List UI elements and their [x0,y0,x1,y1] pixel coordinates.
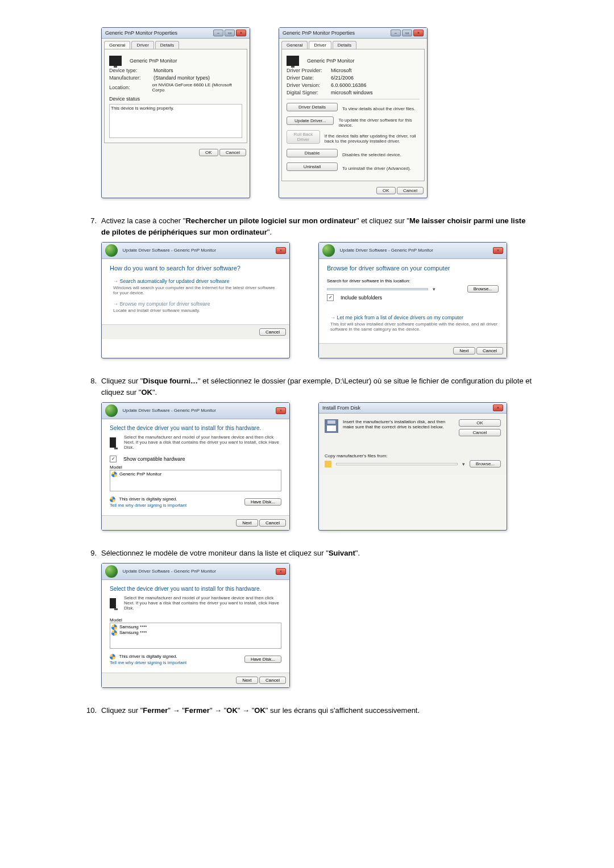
ok-button[interactable]: OK [459,419,501,427]
path-input[interactable] [336,463,458,465]
close-icon[interactable]: × [276,247,286,254]
ok-button[interactable]: OK [376,187,396,194]
location-input[interactable] [327,288,428,290]
update-driver-button[interactable]: Update Driver... [287,116,334,125]
have-disk-button[interactable]: Have Disk... [244,656,281,663]
search-location-label: Search for driver software in this locat… [327,278,499,283]
close-icon[interactable]: × [236,30,246,36]
model-header: Model [110,617,281,623]
cancel-button[interactable]: Cancel [397,187,424,194]
option-browse[interactable]: → Browse my computer for driver software… [113,301,281,313]
driver-version-value: 6.0.6000.16386 [331,82,367,88]
step-text: Activez la case à cocher "Rechercher un … [101,215,534,237]
step-text: Cliquez sur "Fermer" → "Fermer" → "OK" →… [101,705,420,716]
step-7: 7. Activez la case à cocher "Rechercher … [80,215,534,358]
cancel-button[interactable]: Cancel [259,677,286,684]
close-icon[interactable]: × [493,404,503,411]
maximize-icon[interactable]: ▭ [225,30,235,36]
uninstall-desc: To uninstall the driver (Advanced). [342,166,411,171]
shield-icon [111,471,117,477]
driver-signing-link[interactable]: Tell me why driver signing is important [110,503,186,508]
tab-general[interactable]: General [104,41,130,49]
folder-icon [325,461,331,468]
cancel-button[interactable]: Cancel [459,429,501,436]
signer-label: Digital Signer: [287,90,326,95]
device-name: Generic PnP Monitor [130,58,177,64]
maximize-icon[interactable]: ▭ [402,30,412,36]
step-8: 8. Cliquez sur "Disque fourni…" et sélec… [80,375,534,531]
option-pick-from-list[interactable]: → Let me pick from a list of device driv… [330,315,499,332]
tab-details[interactable]: Details [155,41,179,49]
minimize-icon[interactable]: – [213,30,223,36]
step-number: 9. [80,549,101,557]
step-text: Sélectionnez le modèle de votre moniteur… [101,548,360,559]
wizard-select-driver-1: Update Driver Software - Generic PnP Mon… [101,402,290,531]
have-disk-button[interactable]: Have Disk... [244,498,281,506]
tab-driver[interactable]: Driver [309,41,331,49]
model-header: Model [110,465,281,470]
back-icon[interactable] [105,244,118,257]
minimize-icon[interactable]: – [391,30,401,36]
cancel-button[interactable]: Cancel [259,519,286,527]
browse-button[interactable]: Browse... [467,285,499,293]
back-icon[interactable] [105,565,118,578]
show-compatible-checkbox[interactable]: ✓ [110,456,117,462]
next-button[interactable]: Next [453,347,475,354]
option-auto-search[interactable]: → Search automatically for updated drive… [113,278,281,295]
include-subfolders-checkbox[interactable]: ✓ [327,294,334,301]
wizard-heading: Browse for driver software on your compu… [327,265,499,272]
wizard-title: Update Driver Software - Generic PnP Mon… [123,408,216,413]
cancel-button[interactable]: Cancel [219,149,246,156]
cancel-button[interactable]: Cancel [476,347,503,354]
location-label: Location: [109,85,148,90]
step-10: 10. Cliquez sur "Fermer" → "Fermer" → "O… [80,705,534,716]
uninstall-button[interactable]: Uninstall [287,162,338,171]
device-name: Generic PnP Monitor [307,58,354,64]
cancel-button[interactable]: Cancel [259,328,286,336]
driver-details-button[interactable]: Driver Details [287,103,338,111]
wizard-heading: Select the device driver you want to ins… [110,425,261,431]
next-button[interactable]: Next [236,519,258,527]
provider-value: Microsoft [331,68,352,73]
model-list[interactable]: Generic PnP Monitor [110,470,281,491]
close-icon[interactable]: × [276,407,286,414]
dialog-title: Generic PnP Monitor Properties [283,30,355,36]
close-icon[interactable]: × [276,568,286,575]
signed-text: This driver is digitally signed. [119,496,177,502]
close-icon[interactable]: × [493,247,503,254]
provider-label: Driver Provider: [287,68,326,73]
wizard-heading: How do you want to search for driver sof… [110,265,281,272]
dialog-title: Install From Disk [322,405,360,411]
ok-button[interactable]: OK [199,149,218,156]
close-icon[interactable]: × [413,30,424,36]
back-icon[interactable] [322,244,335,257]
wizard-select-driver-2: Update Driver Software - Generic PnP Mon… [101,563,290,688]
dialog-title: Generic PnP Monitor Properties [105,30,177,36]
wizard-browse: Update Driver Software - Generic PnP Mon… [318,242,507,358]
update-driver-desc: To update the driver software for this d… [338,118,420,128]
location-value: on NVIDIA GeForce 6600 LE (Microsoft Cor… [152,82,242,93]
wizard-title: Update Driver Software - Generic PnP Mon… [123,248,216,253]
model-list[interactable]: Samsung **** Samsung **** [110,623,281,649]
monitor-icon [109,56,122,66]
manufacturer-label: Manufacturer: [109,75,149,81]
tab-general[interactable]: General [281,41,308,49]
back-icon[interactable] [105,404,118,417]
figures-step6: Generic PnP Monitor Properties – ▭ × Gen… [80,27,534,198]
tab-driver[interactable]: Driver [131,41,154,49]
disable-button[interactable]: Disable [287,149,338,157]
disk-message: Insert the manufacturer's installation d… [343,419,453,429]
browse-button[interactable]: Browse... [470,460,501,468]
wizard-heading: Select the device driver you want to ins… [110,586,261,592]
copy-from-label: Copy manufacturer's files from: [325,453,501,458]
device-status-label: Device status [109,96,242,102]
monitor-icon [287,56,299,66]
tab-details[interactable]: Details [333,41,356,49]
include-subfolders-label: Include subfolders [341,295,382,301]
shield-icon [110,654,115,660]
next-button[interactable]: Next [236,677,258,684]
device-type-value: Monitors [154,68,173,73]
manufacturer-value: (Standard monitor types) [154,75,210,81]
step-number: 10. [80,706,101,715]
driver-signing-link[interactable]: Tell me why driver signing is important [110,660,186,665]
